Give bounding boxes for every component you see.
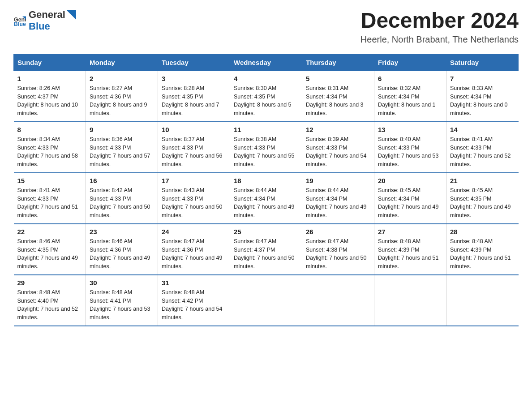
day-info: Sunrise: 8:34 AMSunset: 4:33 PMDaylight:… [17,135,82,169]
calendar-cell: 4 Sunrise: 8:30 AMSunset: 4:35 PMDayligh… [230,71,302,122]
day-info: Sunrise: 8:36 AMSunset: 4:33 PMDaylight:… [90,135,154,169]
header-wednesday: Wednesday [230,54,302,71]
day-info: Sunrise: 8:41 AMSunset: 4:33 PMDaylight:… [17,186,82,220]
day-info: Sunrise: 8:46 AMSunset: 4:36 PMDaylight:… [90,237,154,271]
day-number: 11 [234,126,298,133]
day-info: Sunrise: 8:48 AMSunset: 4:39 PMDaylight:… [378,237,442,271]
day-info: Sunrise: 8:41 AMSunset: 4:33 PMDaylight:… [450,135,515,169]
calendar-cell: 21 Sunrise: 8:45 AMSunset: 4:35 PMDaylig… [446,173,519,224]
header-thursday: Thursday [302,54,374,71]
day-info: Sunrise: 8:30 AMSunset: 4:35 PMDaylight:… [234,84,298,118]
day-info: Sunrise: 8:45 AMSunset: 4:35 PMDaylight:… [450,186,515,220]
month-year-title: December 2024 [360,9,519,33]
day-info: Sunrise: 8:46 AMSunset: 4:35 PMDaylight:… [17,237,82,271]
day-info: Sunrise: 8:40 AMSunset: 4:33 PMDaylight:… [378,135,442,169]
day-number: 20 [378,177,442,184]
day-number: 2 [90,75,154,82]
svg-marker-3 [66,10,76,20]
calendar-cell: 29 Sunrise: 8:48 AMSunset: 4:40 PMDaylig… [14,275,86,326]
calendar-cell: 16 Sunrise: 8:42 AMSunset: 4:33 PMDaylig… [86,173,158,224]
week-row-5: 29 Sunrise: 8:48 AMSunset: 4:40 PMDaylig… [14,275,519,326]
calendar-cell: 25 Sunrise: 8:47 AMSunset: 4:37 PMDaylig… [230,224,302,275]
page-header: General Blue General Blue December 2024 … [13,9,519,45]
svg-text:Blue: Blue [14,21,26,27]
week-row-4: 22 Sunrise: 8:46 AMSunset: 4:35 PMDaylig… [14,224,519,275]
header-tuesday: Tuesday [158,54,230,71]
header-saturday: Saturday [446,54,519,71]
day-info: Sunrise: 8:32 AMSunset: 4:34 PMDaylight:… [378,84,442,118]
day-number: 13 [378,126,442,133]
day-number: 26 [306,228,370,235]
calendar-cell: 23 Sunrise: 8:46 AMSunset: 4:36 PMDaylig… [86,224,158,275]
calendar-cell: 26 Sunrise: 8:47 AMSunset: 4:38 PMDaylig… [302,224,374,275]
calendar-table: SundayMondayTuesdayWednesdayThursdayFrid… [13,54,519,326]
calendar-cell: 13 Sunrise: 8:40 AMSunset: 4:33 PMDaylig… [374,122,446,173]
week-row-3: 15 Sunrise: 8:41 AMSunset: 4:33 PMDaylig… [14,173,519,224]
day-number: 27 [378,228,442,235]
day-info: Sunrise: 8:37 AMSunset: 4:33 PMDaylight:… [162,135,226,169]
day-info: Sunrise: 8:47 AMSunset: 4:36 PMDaylight:… [162,237,226,271]
calendar-cell: 27 Sunrise: 8:48 AMSunset: 4:39 PMDaylig… [374,224,446,275]
day-number: 15 [17,177,82,184]
weekday-header-row: SundayMondayTuesdayWednesdayThursdayFrid… [14,54,519,71]
calendar-cell: 15 Sunrise: 8:41 AMSunset: 4:33 PMDaylig… [14,173,86,224]
calendar-cell: 20 Sunrise: 8:45 AMSunset: 4:34 PMDaylig… [374,173,446,224]
day-number: 24 [162,228,226,235]
day-number: 18 [234,177,298,184]
calendar-cell: 7 Sunrise: 8:33 AMSunset: 4:34 PMDayligh… [446,71,519,122]
logo: General Blue General Blue [13,9,77,32]
calendar-cell: 8 Sunrise: 8:34 AMSunset: 4:33 PMDayligh… [14,122,86,173]
calendar-cell: 5 Sunrise: 8:31 AMSunset: 4:34 PMDayligh… [302,71,374,122]
day-info: Sunrise: 8:28 AMSunset: 4:35 PMDaylight:… [162,84,226,118]
day-number: 8 [17,126,82,133]
header-monday: Monday [86,54,158,71]
day-info: Sunrise: 8:27 AMSunset: 4:36 PMDaylight:… [90,84,154,118]
day-number: 22 [17,228,82,235]
day-info: Sunrise: 8:26 AMSunset: 4:37 PMDaylight:… [17,84,82,118]
day-number: 3 [162,75,226,82]
week-row-1: 1 Sunrise: 8:26 AMSunset: 4:37 PMDayligh… [14,71,519,122]
day-number: 12 [306,126,370,133]
logo-icon: General Blue [13,14,26,27]
logo-text-blue: Blue [29,21,50,32]
calendar-cell: 12 Sunrise: 8:39 AMSunset: 4:33 PMDaylig… [302,122,374,173]
day-number: 6 [378,75,442,82]
calendar-cell [446,275,519,326]
logo-triangle-icon [66,10,76,20]
calendar-cell: 28 Sunrise: 8:48 AMSunset: 4:39 PMDaylig… [446,224,519,275]
day-number: 31 [162,279,226,287]
day-number: 25 [234,228,298,235]
day-info: Sunrise: 8:38 AMSunset: 4:33 PMDaylight:… [234,135,298,169]
day-info: Sunrise: 8:39 AMSunset: 4:33 PMDaylight:… [306,135,370,169]
day-number: 4 [234,75,298,82]
calendar-cell: 19 Sunrise: 8:44 AMSunset: 4:34 PMDaylig… [302,173,374,224]
day-info: Sunrise: 8:48 AMSunset: 4:42 PMDaylight:… [162,288,226,322]
header-friday: Friday [374,54,446,71]
calendar-cell: 10 Sunrise: 8:37 AMSunset: 4:33 PMDaylig… [158,122,230,173]
calendar-cell: 2 Sunrise: 8:27 AMSunset: 4:36 PMDayligh… [86,71,158,122]
day-number: 23 [90,228,154,235]
day-number: 14 [450,126,515,133]
calendar-cell: 17 Sunrise: 8:43 AMSunset: 4:33 PMDaylig… [158,173,230,224]
calendar-cell [230,275,302,326]
day-info: Sunrise: 8:45 AMSunset: 4:34 PMDaylight:… [378,186,442,220]
day-info: Sunrise: 8:43 AMSunset: 4:33 PMDaylight:… [162,186,226,220]
day-info: Sunrise: 8:47 AMSunset: 4:37 PMDaylight:… [234,237,298,271]
logo-text-general: General [29,9,65,21]
day-info: Sunrise: 8:48 AMSunset: 4:39 PMDaylight:… [450,237,515,271]
day-number: 7 [450,75,515,82]
calendar-cell: 9 Sunrise: 8:36 AMSunset: 4:33 PMDayligh… [86,122,158,173]
location-subtitle: Heerle, North Brabant, The Netherlands [360,34,519,45]
day-number: 30 [90,279,154,287]
calendar-cell: 24 Sunrise: 8:47 AMSunset: 4:36 PMDaylig… [158,224,230,275]
calendar-cell: 1 Sunrise: 8:26 AMSunset: 4:37 PMDayligh… [14,71,86,122]
day-info: Sunrise: 8:42 AMSunset: 4:33 PMDaylight:… [90,186,154,220]
day-number: 21 [450,177,515,184]
day-number: 19 [306,177,370,184]
day-number: 16 [90,177,154,184]
calendar-cell: 31 Sunrise: 8:48 AMSunset: 4:42 PMDaylig… [158,275,230,326]
day-info: Sunrise: 8:31 AMSunset: 4:34 PMDaylight:… [306,84,370,118]
day-number: 1 [17,75,82,82]
day-number: 28 [450,228,515,235]
day-number: 29 [17,279,82,287]
